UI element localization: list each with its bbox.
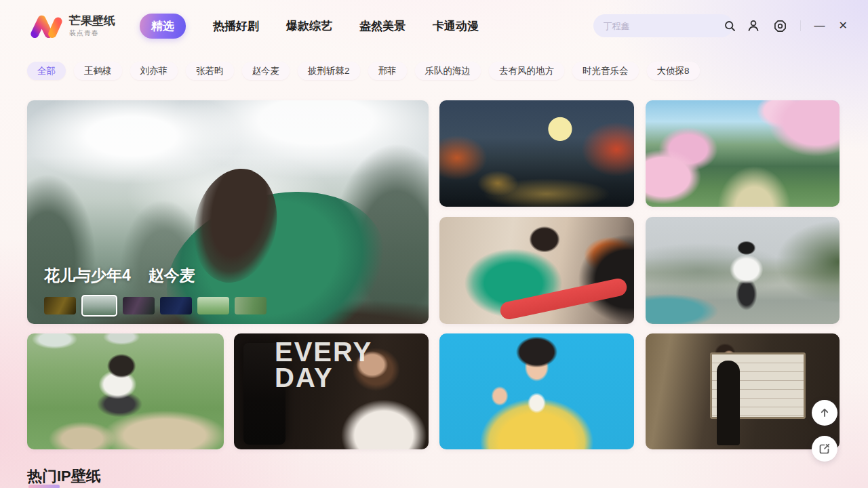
wallpaper-card-camping[interactable] (27, 333, 224, 449)
section-title-hot-ip: 热门IP壁纸 (27, 466, 101, 487)
hero-wallpaper-card[interactable]: 花儿与少年4 赵今麦 (27, 100, 429, 324)
search-input[interactable] (602, 20, 724, 32)
chip-all[interactable]: 全部 (27, 62, 66, 80)
edit-square-icon (819, 443, 830, 454)
hero-thumbnail[interactable] (235, 297, 267, 314)
chip-call-me-by-fire2[interactable]: 披荆斩棘2 (298, 62, 360, 80)
hero-star-name: 赵今麦 (149, 265, 195, 286)
everyday-sign-text: EVERY DAY (275, 339, 372, 390)
hero-thumbnail[interactable] (197, 297, 229, 314)
main-nav: 精选 热播好剧 爆款综艺 盎然美景 卡通动漫 (140, 14, 479, 39)
hero-title: 花儿与少年4 赵今麦 (44, 265, 195, 286)
back-to-top-button[interactable] (812, 400, 837, 426)
nav-tab-featured[interactable]: 精选 (140, 14, 186, 39)
minimize-button[interactable]: — (814, 20, 825, 31)
header-right-cluster: — ✕ (593, 0, 848, 52)
chip-detective8[interactable]: 大侦探8 (647, 62, 700, 80)
up-arrow-icon (819, 407, 830, 418)
feedback-button[interactable] (812, 436, 837, 462)
app-subtitle: 装点青春 (69, 29, 115, 37)
chip-band-seaside[interactable]: 乐队的海边 (415, 62, 481, 80)
hero-thumbnail[interactable] (44, 297, 76, 314)
wallpaper-card-office-woman[interactable] (646, 333, 840, 449)
chip-liu-yifei[interactable]: 刘亦菲 (130, 62, 178, 80)
chip-xing-fei[interactable]: 邢菲 (368, 62, 407, 80)
wallpaper-card-poolside-walk[interactable] (646, 217, 840, 324)
chip-wang-hedi[interactable]: 王鹤棣 (74, 62, 122, 80)
chip-zhao-jinmai[interactable]: 赵今麦 (242, 62, 290, 80)
close-button[interactable]: ✕ (839, 20, 848, 31)
wallpaper-card-ok-gesture-boy[interactable] (439, 333, 634, 449)
hero-thumbnail-selected[interactable] (81, 295, 117, 317)
nav-tab-cartoon[interactable]: 卡通动漫 (433, 18, 479, 34)
search-icon[interactable] (724, 20, 736, 32)
app-logo[interactable]: 芒果壁纸 装点青春 (30, 12, 115, 40)
settings-icon[interactable] (774, 20, 787, 33)
hero-show-name: 花儿与少年4 (44, 265, 131, 286)
app-title: 芒果壁纸 (69, 14, 115, 28)
window-controls-divider (800, 20, 801, 31)
wallpaper-card-night-pagoda[interactable] (439, 100, 634, 207)
header-bar: 芒果壁纸 装点青春 精选 热播好剧 爆款综艺 盎然美景 卡通动漫 (0, 0, 868, 52)
wallpaper-card-sakura-valley[interactable] (646, 100, 840, 207)
chip-meet-yourself[interactable]: 去有风的地方 (489, 62, 564, 80)
filter-chip-row: 全部 王鹤棣 刘亦菲 张若昀 赵今麦 披荆斩棘2 邢菲 乐队的海边 去有风的地方… (27, 62, 700, 80)
wallpaper-card-guitar-boy[interactable] (439, 217, 634, 324)
hero-thumbnail[interactable] (123, 297, 155, 314)
hero-thumbnail[interactable] (160, 297, 192, 314)
mango-logo-icon (30, 12, 62, 40)
chip-time-concert[interactable]: 时光音乐会 (572, 62, 639, 80)
nav-tab-scenery[interactable]: 盎然美景 (359, 18, 406, 34)
wallpaper-card-coffee-girl[interactable]: EVERY DAY (234, 333, 429, 449)
hero-thumbnail-strip (44, 295, 267, 317)
search-box[interactable] (593, 14, 733, 37)
chip-zhang-ruoyun[interactable]: 张若昀 (186, 62, 234, 80)
user-icon[interactable] (747, 19, 760, 33)
nav-tab-hot-dramas[interactable]: 热播好剧 (213, 18, 259, 34)
nav-tab-variety-shows[interactable]: 爆款综艺 (286, 18, 332, 34)
